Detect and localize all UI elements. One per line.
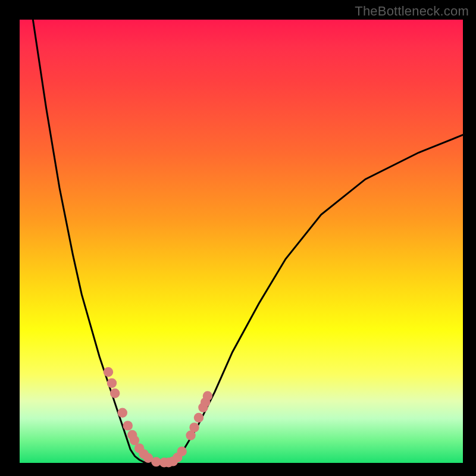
data-dot [110, 389, 120, 398]
data-dot [104, 367, 113, 377]
data-dot [194, 413, 203, 422]
data-dot [107, 378, 117, 388]
data-dot [118, 408, 127, 418]
data-dot [189, 422, 199, 432]
curve-left-branch [33, 20, 143, 462]
data-dot [123, 421, 133, 430]
data-dot [203, 391, 212, 400]
dots-left-cluster [104, 367, 174, 467]
dots-right-cluster [168, 391, 213, 466]
plot-area [20, 20, 463, 463]
chart-frame: TheBottleneck.com [0, 0, 476, 476]
curve-right-branch [175, 135, 463, 462]
data-dot [177, 446, 186, 456]
curve-layer [20, 20, 463, 463]
watermark-label: TheBottleneck.com [355, 4, 469, 19]
